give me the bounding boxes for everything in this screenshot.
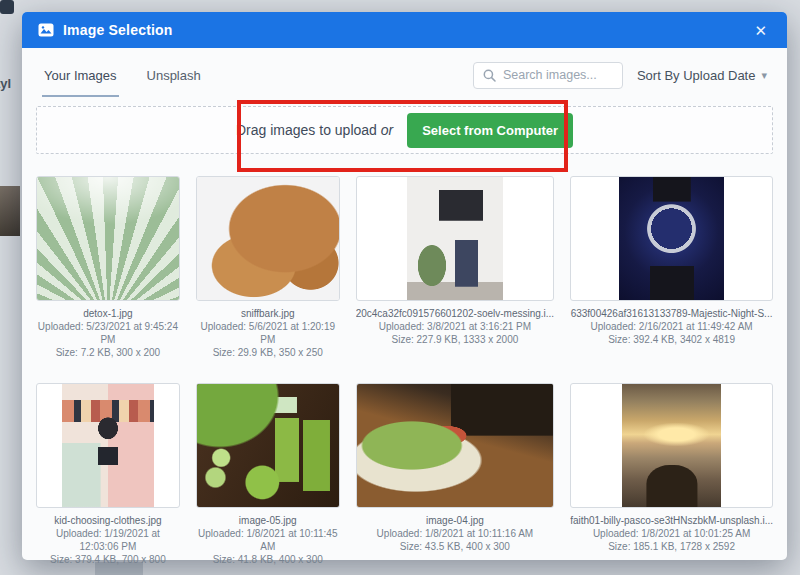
chevron-down-icon: ▾ [761, 69, 767, 82]
image-uploaded: Uploaded: 1/8/2021 at 10:11:45 AM [196, 527, 340, 553]
image-size: Size: 41.8 KB, 400 x 300 [196, 553, 340, 566]
image-selection-modal: Image Selection ✕ Your Images Unsplash [22, 12, 787, 560]
screen: tyl Image Selection ✕ Your Images Unspla… [0, 0, 800, 575]
image-size: Size: 392.4 KB, 3402 x 4819 [570, 333, 773, 346]
image-uploaded: Uploaded: 5/23/2021 at 9:45:24 PM [36, 320, 180, 346]
image-card: faith01-billy-pasco-se3tHNszbkM-unsplash… [570, 383, 773, 566]
thumbnail-art [407, 177, 503, 300]
image-filename: image-04.jpg [356, 514, 554, 527]
image-thumbnail-faith[interactable] [570, 383, 773, 508]
dropzone-or-text: or [381, 122, 393, 138]
dropzone-text: Drag images to upload or [236, 122, 393, 138]
image-uploaded: Uploaded: 1/19/2021 at 12:03:06 PM [36, 527, 180, 553]
image-caption: image-04.jpg Uploaded: 1/8/2021 at 10:11… [356, 514, 554, 553]
modal-header: Image Selection ✕ [22, 12, 787, 48]
image-card: image-05.jpg Uploaded: 1/8/2021 at 10:11… [196, 383, 340, 566]
image-thumbnail-detox[interactable] [36, 176, 180, 301]
image-icon [38, 22, 54, 38]
thumbnail-art [357, 384, 553, 507]
image-card: 633f00426af31613133789-Majestic-Night-S.… [570, 176, 773, 359]
image-uploaded: Uploaded: 1/8/2021 at 10:11:16 AM [356, 527, 554, 540]
image-filename: image-05.jpg [196, 514, 340, 527]
image-thumbnail-image04[interactable] [356, 383, 554, 508]
backdrop-photo-fragment [0, 186, 20, 236]
modal-title: Image Selection [63, 22, 173, 38]
image-thumbnail-watch[interactable] [570, 176, 773, 301]
image-filename: detox-1.jpg [36, 307, 180, 320]
thumbnail-art [197, 177, 339, 300]
tab-your-images[interactable]: Your Images [42, 64, 119, 97]
thumbnail-art [197, 384, 339, 507]
image-size: Size: 185.1 KB, 1728 x 2592 [570, 540, 773, 553]
thumbnail-art [62, 384, 154, 507]
select-from-computer-button[interactable]: Select from Computer [407, 113, 573, 148]
tab-unsplash[interactable]: Unsplash [145, 64, 203, 95]
image-thumbnail-image05[interactable] [196, 383, 340, 508]
image-size: Size: 43.5 KB, 400 x 300 [356, 540, 554, 553]
image-uploaded: Uploaded: 1/8/2021 at 10:01:25 AM [570, 527, 773, 540]
image-uploaded: Uploaded: 5/6/2021 at 1:20:19 PM [196, 320, 340, 346]
image-size: Size: 379.4 KB, 700 x 800 [36, 553, 180, 566]
image-size: Size: 227.9 KB, 1333 x 2000 [356, 333, 554, 346]
sort-dropdown[interactable]: Sort By Upload Date ▾ [637, 68, 767, 83]
image-size: Size: 7.2 KB, 300 x 200 [36, 346, 180, 359]
image-uploaded: Uploaded: 3/8/2021 at 3:16:21 PM [356, 320, 554, 333]
toolbar-right: Sort By Upload Date ▾ [473, 62, 767, 89]
toolbar: Your Images Unsplash Sort By Upload Date… [22, 48, 787, 92]
search-box[interactable] [473, 62, 623, 89]
image-caption: detox-1.jpg Uploaded: 5/23/2021 at 9:45:… [36, 307, 180, 359]
backdrop-corner-tile [0, 0, 14, 14]
thumbnail-art [619, 177, 723, 300]
upload-dropzone[interactable]: Drag images to upload or Select from Com… [36, 106, 773, 154]
image-filename: 633f00426af31613133789-Majestic-Night-S.… [570, 307, 773, 320]
image-card: 20c4ca32fc091576601202-soelv-messing.i..… [356, 176, 554, 359]
search-icon [483, 69, 496, 82]
image-thumbnail-rack[interactable] [356, 176, 554, 301]
image-filename: sniffbark.jpg [196, 307, 340, 320]
image-caption: image-05.jpg Uploaded: 1/8/2021 at 10:11… [196, 514, 340, 566]
image-uploaded: Uploaded: 2/16/2021 at 11:49:42 AM [570, 320, 773, 333]
thumbnail-art [622, 384, 720, 507]
image-card: image-04.jpg Uploaded: 1/8/2021 at 10:11… [356, 383, 554, 566]
image-card: kid-choosing-clothes.jpg Uploaded: 1/19/… [36, 383, 180, 566]
search-input[interactable] [503, 68, 613, 82]
image-caption: 633f00426af31613133789-Majestic-Night-S.… [570, 307, 773, 346]
image-caption: faith01-billy-pasco-se3tHNszbkM-unsplash… [570, 514, 773, 553]
close-icon[interactable]: ✕ [750, 19, 771, 42]
thumbnail-art [37, 177, 179, 300]
image-caption: kid-choosing-clothes.jpg Uploaded: 1/19/… [36, 514, 180, 566]
sort-label: Sort By Upload Date [637, 68, 756, 83]
image-filename: 20c4ca32fc091576601202-soelv-messing.i..… [356, 307, 554, 320]
backdrop-partial-text: tyl [0, 76, 11, 91]
image-size: Size: 29.9 KB, 350 x 250 [196, 346, 340, 359]
image-filename: faith01-billy-pasco-se3tHNszbkM-unsplash… [570, 514, 773, 527]
image-card: sniffbark.jpg Uploaded: 5/6/2021 at 1:20… [196, 176, 340, 359]
image-thumbnail-sniffbark[interactable] [196, 176, 340, 301]
image-filename: kid-choosing-clothes.jpg [36, 514, 180, 527]
image-thumbnail-kid[interactable] [36, 383, 180, 508]
image-card: detox-1.jpg Uploaded: 5/23/2021 at 9:45:… [36, 176, 180, 359]
tab-bar: Your Images Unsplash [42, 58, 203, 92]
image-grid: detox-1.jpg Uploaded: 5/23/2021 at 9:45:… [22, 176, 787, 566]
image-caption: 20c4ca32fc091576601202-soelv-messing.i..… [356, 307, 554, 346]
image-caption: sniffbark.jpg Uploaded: 5/6/2021 at 1:20… [196, 307, 340, 359]
